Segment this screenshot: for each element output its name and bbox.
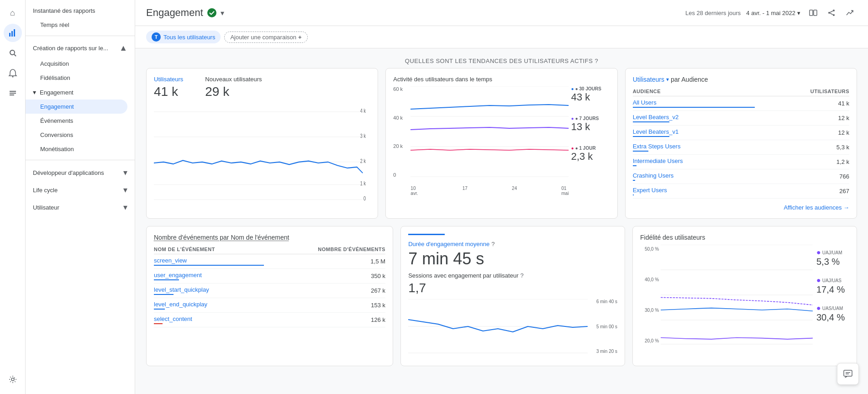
new-users-value: 29 k: [205, 84, 262, 99]
users-value: 41 k: [154, 84, 183, 99]
audience-link[interactable]: Level Beaters_v2: [633, 114, 679, 121]
settings-icon[interactable]: [4, 370, 22, 389]
svg-rect-8: [10, 95, 14, 95]
chevron-right-icon: ▾: [123, 168, 127, 178]
audience-dropdown[interactable]: Utilisateurs: [633, 76, 664, 83]
new-users-label: Nouveaux utilisateurs: [205, 76, 262, 83]
svg-point-3: [10, 50, 15, 55]
home-icon[interactable]: ⌂: [4, 4, 22, 22]
event-link[interactable]: user_engagement: [154, 272, 202, 278]
audience-link[interactable]: Expert Users: [633, 187, 667, 194]
page-header: Engagement ▾ Les 28 derniers jours 4 avr…: [135, 0, 868, 26]
date-range-selector[interactable]: 4 avr. - 1 mai 2022 ▾: [746, 10, 800, 16]
audience-card-title: Utilisateurs ▾ par Audience: [633, 76, 849, 83]
events-table-row: select_content 126 k: [154, 313, 385, 327]
main-content: Engagement ▾ Les 28 derniers jours 4 avr…: [135, 0, 868, 394]
svg-rect-12: [814, 10, 817, 16]
audience-name: Extra Steps Users: [633, 140, 755, 155]
bottom-row: Nombre d'événements par Nom de l'événeme…: [146, 226, 857, 366]
svg-point-9: [11, 378, 14, 381]
icon-bar: ⌂: [0, 0, 26, 394]
trending-icon[interactable]: [842, 5, 857, 20]
audience-link[interactable]: All Users: [633, 99, 657, 106]
sidebar-section-utilisateur[interactable]: Utilisateur ▾: [26, 199, 135, 216]
sidebar: Instantané des rapports Temps réel Créat…: [26, 0, 135, 394]
duration-section: Durée d'engagement moyenne ? 7 min 45 s: [408, 241, 617, 268]
events-table-row: level_start_quickplay 267 k: [154, 284, 385, 298]
svg-text:0: 0: [363, 195, 366, 201]
chip-t-icon: T: [152, 32, 161, 42]
event-link[interactable]: level_start_quickplay: [154, 286, 209, 293]
search-icon[interactable]: [4, 44, 22, 62]
events-table-row: user_engagement 350 k: [154, 269, 385, 284]
sidebar-section-developpeur[interactable]: Développeur d'applications ▾: [26, 164, 135, 181]
compare-icon[interactable]: [806, 5, 821, 20]
y-label-60k: 60 k: [393, 86, 410, 92]
audience-table-row: Intermediate Users 1,2 k: [633, 155, 849, 169]
sessions-help-icon[interactable]: ?: [521, 272, 524, 279]
col-audience: AUDIENCE: [633, 87, 755, 96]
share-icon[interactable]: [824, 5, 839, 20]
sidebar-item-acquisition[interactable]: Acquisition: [26, 57, 135, 71]
x-label-10avr: 10avr.: [410, 186, 418, 196]
audience-link[interactable]: Intermediate Users: [633, 158, 683, 164]
header-right: Les 28 derniers jours 4 avr. - 1 mai 202…: [685, 5, 857, 20]
event-link[interactable]: level_end_quickplay: [154, 301, 207, 308]
sidebar-item-monetisation[interactable]: Monétisation: [26, 142, 135, 156]
fidelity-metric-3: ● UAS/UAM 30,4 %: [816, 304, 849, 323]
audience-table: AUDIENCE UTILISATEURS All Users 41 k Lev…: [633, 87, 849, 199]
y-label-20k: 20 k: [393, 143, 410, 149]
svg-text:2 k: 2 k: [360, 158, 366, 164]
sidebar-item-conversions[interactable]: Conversions: [26, 128, 135, 142]
event-count: 126 k: [264, 313, 385, 327]
audience-name: Expert Users: [633, 184, 755, 199]
audience-link[interactable]: Crashing Users: [633, 172, 674, 179]
sidebar-item-evenements[interactable]: Événements: [26, 114, 135, 128]
audience-link[interactable]: Extra Steps Users: [633, 143, 681, 150]
duration-help-icon[interactable]: ?: [491, 241, 494, 247]
event-name: select_content: [154, 313, 264, 327]
events-col-count: NOMBRE D'ÉVÉNEMENTS: [264, 245, 385, 254]
events-card: Nombre d'événements par Nom de l'événeme…: [146, 226, 393, 366]
dropdown-arrow-icon[interactable]: ▾: [221, 9, 224, 17]
sidebar-item-instantane[interactable]: Instantané des rapports: [26, 4, 135, 18]
svg-rect-0: [9, 33, 11, 37]
users-chart-card: Utilisateurs 41 k Nouveaux utilisateurs …: [146, 68, 378, 219]
y-label-40k: 40 k: [393, 115, 410, 121]
event-link[interactable]: screen_view: [154, 257, 187, 264]
x-label-24: 24: [512, 186, 517, 196]
audience-link[interactable]: Level Beaters_v1: [633, 128, 679, 135]
sidebar-item-engagement-sub[interactable]: Engagement: [26, 100, 127, 114]
sidebar-divider-2: [26, 160, 135, 160]
list-icon[interactable]: [4, 84, 22, 102]
chat-button[interactable]: [837, 363, 859, 385]
sessions-value: 1,7: [408, 281, 617, 295]
svg-point-14: [828, 12, 830, 14]
audience-value: 12 k: [755, 111, 849, 126]
users-chart-area: 4 k 3 k 2 k 1 k 0 10: [154, 103, 370, 203]
audience-table-row: Crashing Users 766: [633, 169, 849, 184]
view-audiences-link[interactable]: Afficher les audiences →: [633, 204, 849, 211]
event-link[interactable]: select_content: [154, 315, 192, 322]
svg-point-10: [207, 8, 216, 17]
comparison-chip-all-users[interactable]: T Tous les utilisateurs: [146, 31, 221, 43]
fidelity-metric-1: ● UAJ/UAM 5,3 %: [816, 248, 849, 267]
x-label-17: 17: [463, 186, 468, 196]
sidebar-item-tempsreel[interactable]: Temps réel: [26, 18, 135, 32]
activity-7-day: ● ● 7 JOURS 13 k: [571, 116, 610, 133]
events-table-row: screen_view 1,5 M: [154, 254, 385, 269]
alerts-icon[interactable]: [4, 64, 22, 82]
duration-value: 7 min 45 s: [408, 249, 617, 268]
audience-value: 12 k: [755, 126, 849, 140]
sidebar-item-fidelisation[interactable]: Fidélisation: [26, 71, 135, 85]
users-stat: Utilisateurs 41 k: [154, 76, 183, 99]
audience-table-row: All Users 41 k: [633, 96, 849, 111]
add-comparison-button[interactable]: Ajouter une comparaison +: [224, 32, 307, 43]
sidebar-section-creation[interactable]: Création de rapports sur le... ▲: [26, 40, 135, 57]
events-card-title[interactable]: Nombre d'événements par Nom de l'événeme…: [154, 234, 385, 241]
audience-name: Level Beaters_v1: [633, 126, 755, 140]
analytics-icon[interactable]: [4, 24, 22, 42]
sidebar-section-lifecycle[interactable]: Life cycle ▾: [26, 181, 135, 199]
fid-y50: 50,0 %: [640, 247, 659, 252]
sidebar-item-engagement-parent[interactable]: ▾ Engagement: [26, 85, 135, 100]
